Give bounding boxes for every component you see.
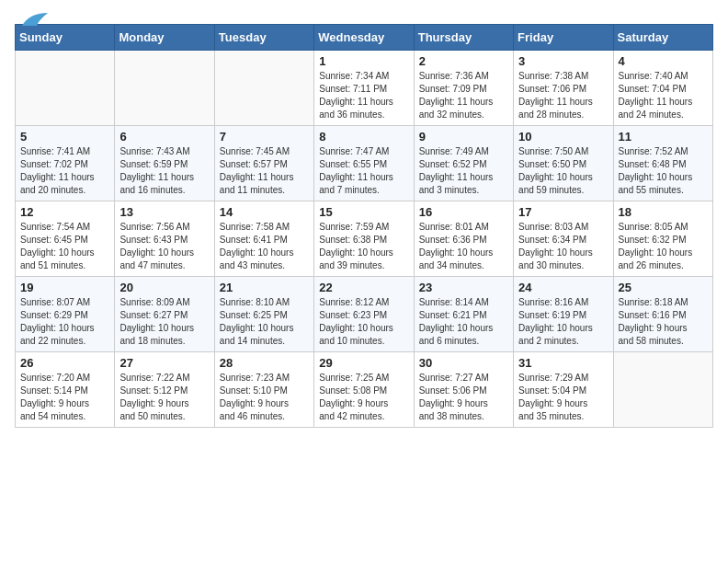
day-content: Sunrise: 7:50 AM Sunset: 6:50 PM Dayligh…	[518, 145, 608, 197]
day-number: 16	[419, 205, 508, 219]
calendar-cell: 13Sunrise: 7:56 AM Sunset: 6:43 PM Dayli…	[115, 201, 214, 277]
day-number: 15	[319, 205, 408, 219]
calendar-cell: 17Sunrise: 8:03 AM Sunset: 6:34 PM Dayli…	[514, 201, 613, 277]
day-number: 13	[119, 205, 209, 219]
day-of-week-header: Sunday	[16, 25, 115, 51]
day-content: Sunrise: 7:34 AM Sunset: 7:11 PM Dayligh…	[319, 70, 408, 121]
day-content: Sunrise: 7:22 AM Sunset: 5:12 PM Dayligh…	[119, 372, 209, 423]
day-content: Sunrise: 7:25 AM Sunset: 5:08 PM Dayligh…	[319, 372, 408, 423]
day-content: Sunrise: 7:20 AM Sunset: 5:14 PM Dayligh…	[20, 372, 109, 423]
day-content: Sunrise: 8:16 AM Sunset: 6:19 PM Dayligh…	[518, 296, 608, 348]
calendar-cell: 9Sunrise: 7:49 AM Sunset: 6:52 PM Daylig…	[414, 126, 513, 201]
calendar-cell: 28Sunrise: 7:23 AM Sunset: 5:10 PM Dayli…	[214, 352, 313, 428]
day-number: 14	[220, 205, 309, 219]
day-number: 4	[619, 54, 708, 68]
calendar-cell: 21Sunrise: 8:10 AM Sunset: 6:25 PM Dayli…	[214, 277, 313, 352]
day-number: 12	[20, 205, 109, 219]
calendar-cell: 1Sunrise: 7:34 AM Sunset: 7:11 PM Daylig…	[314, 51, 414, 126]
day-content: Sunrise: 7:27 AM Sunset: 5:06 PM Dayligh…	[419, 372, 508, 423]
calendar-cell: 3Sunrise: 7:38 AM Sunset: 7:06 PM Daylig…	[514, 51, 613, 126]
day-content: Sunrise: 7:43 AM Sunset: 6:59 PM Dayligh…	[119, 145, 209, 197]
calendar-cell: 24Sunrise: 8:16 AM Sunset: 6:19 PM Dayli…	[514, 277, 613, 352]
calendar-cell: 4Sunrise: 7:40 AM Sunset: 7:04 PM Daylig…	[613, 51, 712, 126]
logo-wing-icon	[20, 11, 50, 28]
day-content: Sunrise: 7:56 AM Sunset: 6:43 PM Dayligh…	[119, 221, 209, 272]
calendar-cell: 14Sunrise: 7:58 AM Sunset: 6:41 PM Dayli…	[214, 201, 313, 277]
day-content: Sunrise: 7:23 AM Sunset: 5:10 PM Dayligh…	[220, 372, 309, 423]
calendar-cell: 15Sunrise: 7:59 AM Sunset: 6:38 PM Dayli…	[314, 201, 414, 277]
day-of-week-header: Saturday	[613, 25, 712, 51]
day-content: Sunrise: 8:05 AM Sunset: 6:32 PM Dayligh…	[619, 221, 708, 272]
calendar-cell: 16Sunrise: 8:01 AM Sunset: 6:36 PM Dayli…	[414, 201, 513, 277]
calendar-cell: 31Sunrise: 7:29 AM Sunset: 5:04 PM Dayli…	[514, 352, 613, 428]
day-number: 31	[518, 356, 608, 370]
calendar-cell	[613, 352, 712, 428]
day-content: Sunrise: 7:52 AM Sunset: 6:48 PM Dayligh…	[619, 145, 708, 197]
day-number: 10	[518, 130, 608, 144]
day-content: Sunrise: 7:59 AM Sunset: 6:38 PM Dayligh…	[319, 221, 408, 272]
calendar-cell: 23Sunrise: 8:14 AM Sunset: 6:21 PM Dayli…	[414, 277, 513, 352]
day-content: Sunrise: 7:41 AM Sunset: 7:02 PM Dayligh…	[20, 145, 109, 197]
day-number: 5	[20, 130, 109, 144]
calendar-cell: 2Sunrise: 7:36 AM Sunset: 7:09 PM Daylig…	[414, 51, 513, 126]
calendar-cell: 18Sunrise: 8:05 AM Sunset: 6:32 PM Dayli…	[613, 201, 712, 277]
day-number: 25	[619, 281, 708, 294]
calendar-table: SundayMondayTuesdayWednesdayThursdayFrid…	[15, 24, 713, 428]
day-of-week-header: Friday	[514, 25, 613, 51]
day-number: 8	[319, 130, 408, 144]
day-of-week-header: Monday	[115, 25, 214, 51]
calendar-cell	[115, 51, 214, 126]
calendar-cell	[16, 51, 115, 126]
day-number: 18	[619, 205, 708, 219]
day-content: Sunrise: 7:58 AM Sunset: 6:41 PM Dayligh…	[220, 221, 309, 272]
calendar-cell: 7Sunrise: 7:45 AM Sunset: 6:57 PM Daylig…	[214, 126, 313, 201]
day-number: 28	[220, 356, 309, 370]
day-number: 7	[220, 130, 309, 144]
calendar-cell: 8Sunrise: 7:47 AM Sunset: 6:55 PM Daylig…	[314, 126, 414, 201]
day-content: Sunrise: 8:09 AM Sunset: 6:27 PM Dayligh…	[119, 296, 209, 348]
day-content: Sunrise: 8:14 AM Sunset: 6:21 PM Dayligh…	[419, 296, 508, 348]
calendar-cell: 20Sunrise: 8:09 AM Sunset: 6:27 PM Dayli…	[115, 277, 214, 352]
day-content: Sunrise: 7:40 AM Sunset: 7:04 PM Dayligh…	[619, 70, 708, 121]
day-content: Sunrise: 8:12 AM Sunset: 6:23 PM Dayligh…	[319, 296, 408, 348]
day-of-week-header: Thursday	[414, 25, 513, 51]
day-number: 19	[20, 281, 109, 294]
calendar-cell: 29Sunrise: 7:25 AM Sunset: 5:08 PM Dayli…	[314, 352, 414, 428]
day-content: Sunrise: 8:01 AM Sunset: 6:36 PM Dayligh…	[419, 221, 508, 272]
calendar-week-row: 1Sunrise: 7:34 AM Sunset: 7:11 PM Daylig…	[16, 51, 713, 126]
day-number: 6	[119, 130, 209, 144]
day-number: 2	[419, 54, 508, 68]
calendar-cell: 30Sunrise: 7:27 AM Sunset: 5:06 PM Dayli…	[414, 352, 513, 428]
day-number: 11	[619, 130, 708, 144]
day-content: Sunrise: 7:38 AM Sunset: 7:06 PM Dayligh…	[518, 70, 608, 121]
day-content: Sunrise: 7:36 AM Sunset: 7:09 PM Dayligh…	[419, 70, 508, 121]
day-content: Sunrise: 8:03 AM Sunset: 6:34 PM Dayligh…	[518, 221, 608, 272]
day-number: 30	[419, 356, 508, 370]
day-content: Sunrise: 7:45 AM Sunset: 6:57 PM Dayligh…	[220, 145, 309, 197]
day-content: Sunrise: 7:29 AM Sunset: 5:04 PM Dayligh…	[518, 372, 608, 423]
page-header	[0, 0, 728, 24]
calendar-cell: 5Sunrise: 7:41 AM Sunset: 7:02 PM Daylig…	[16, 126, 115, 201]
day-number: 24	[518, 281, 608, 294]
calendar-cell: 27Sunrise: 7:22 AM Sunset: 5:12 PM Dayli…	[115, 352, 214, 428]
calendar-header-row: SundayMondayTuesdayWednesdayThursdayFrid…	[16, 25, 713, 51]
day-number: 20	[119, 281, 209, 294]
calendar-week-row: 26Sunrise: 7:20 AM Sunset: 5:14 PM Dayli…	[16, 352, 713, 428]
calendar-week-row: 12Sunrise: 7:54 AM Sunset: 6:45 PM Dayli…	[16, 201, 713, 277]
calendar-week-row: 19Sunrise: 8:07 AM Sunset: 6:29 PM Dayli…	[16, 277, 713, 352]
day-number: 1	[319, 54, 408, 68]
day-content: Sunrise: 7:54 AM Sunset: 6:45 PM Dayligh…	[20, 221, 109, 272]
day-number: 17	[518, 205, 608, 219]
day-number: 21	[220, 281, 309, 294]
calendar-cell: 22Sunrise: 8:12 AM Sunset: 6:23 PM Dayli…	[314, 277, 414, 352]
day-number: 27	[119, 356, 209, 370]
day-content: Sunrise: 8:07 AM Sunset: 6:29 PM Dayligh…	[20, 296, 109, 348]
day-of-week-header: Tuesday	[214, 25, 313, 51]
calendar-cell: 11Sunrise: 7:52 AM Sunset: 6:48 PM Dayli…	[613, 126, 712, 201]
day-number: 3	[518, 54, 608, 68]
calendar-cell: 26Sunrise: 7:20 AM Sunset: 5:14 PM Dayli…	[16, 352, 115, 428]
day-number: 9	[419, 130, 508, 144]
calendar-cell: 12Sunrise: 7:54 AM Sunset: 6:45 PM Dayli…	[16, 201, 115, 277]
day-number: 23	[419, 281, 508, 294]
day-content: Sunrise: 7:47 AM Sunset: 6:55 PM Dayligh…	[319, 145, 408, 197]
